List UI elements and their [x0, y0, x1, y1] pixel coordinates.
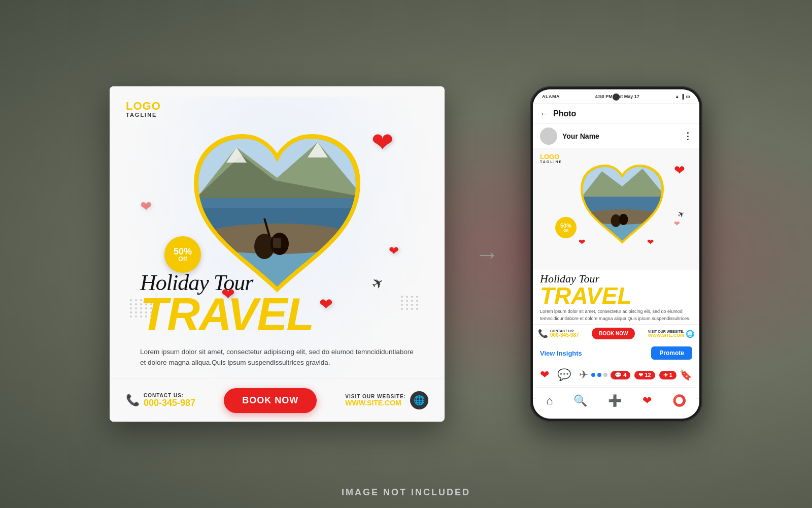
reaction-dots — [591, 373, 607, 377]
phone-screen: ALAMA 4:50 PM | 1st May 17 ▲ ▐ ▭ ← Photo… — [533, 89, 699, 419]
nav-profile-icon[interactable]: ⭕ — [672, 394, 686, 407]
phone-travel-text: TRAVEL — [540, 285, 692, 306]
website-url: WWW.SITE.COM — [345, 399, 406, 406]
globe-icon: 🌐 — [410, 391, 428, 409]
more-options-icon[interactable]: ⋮ — [683, 131, 692, 142]
phone-tagline-text: TAGLINE — [540, 160, 562, 164]
phone-heart-wrap — [571, 151, 673, 252]
red-heart-top-left: ❤ — [140, 198, 152, 215]
reaction-icons: ❤ 💬 ✈ — [540, 368, 588, 382]
discount-off: Off — [178, 256, 187, 262]
comment-count: 4 — [623, 372, 626, 378]
card-description: Lorem ipsum dolor sit amet, consectetur … — [140, 346, 414, 368]
discount-badge: 50% Off — [164, 236, 201, 273]
phone-discount-pct: 50% — [560, 223, 571, 229]
user-name: Your Name — [562, 132, 678, 140]
photo-title: Photo — [553, 109, 692, 118]
share-count: 1 — [669, 372, 672, 378]
back-arrow-icon[interactable]: ← — [540, 109, 548, 118]
red-heart-bottom-left: ❤ — [221, 284, 235, 304]
phone-heart-svg — [571, 151, 673, 252]
reaction-counts: 💬 4 ❤ 12 ✈ 1 — [611, 371, 676, 379]
red-heart-top-right: ❤ — [371, 127, 394, 157]
phone-phone-icon: 📞 — [538, 329, 548, 338]
like-icon-small: ❤ — [638, 372, 643, 378]
like-count-badge: ❤ 12 — [634, 371, 655, 379]
phone-user-row: Your Name ⋮ — [533, 124, 699, 148]
book-now-button[interactable]: BOOK NOW — [224, 388, 317, 413]
contact-number: 000-345-987 — [144, 398, 195, 407]
phone-red-heart-br: ❤ — [647, 237, 654, 247]
comment-icon-small: 💬 — [615, 372, 622, 378]
main-container: LOGO TAGLINE — [110, 86, 702, 422]
phone-logo-area: LOGO TAGLINE — [540, 153, 562, 164]
card-logo-area: LOGO TAGLINE — [126, 101, 161, 118]
phone-contact-number: 000-345-987 — [550, 333, 579, 338]
arrow-separator: → — [475, 240, 499, 268]
signal-icon: ▐ — [681, 94, 684, 99]
comment-reaction-icon[interactable]: 💬 — [557, 368, 571, 382]
phone-insights-row: View Insights Promote — [533, 342, 699, 364]
share-count-badge: ✈ 1 — [659, 371, 676, 379]
phone-title-area: Holiday Tour TRAVEL — [533, 270, 699, 307]
tagline-text: TAGLINE — [126, 112, 161, 118]
bookmark-icon[interactable]: 🔖 — [680, 369, 692, 381]
svg-rect-12 — [273, 238, 281, 248]
card-bottom-bar: 📞 CONTACT US: 000-345-987 BOOK NOW VISIT… — [110, 378, 445, 422]
phone-website-url: WWW.SITE.COM — [648, 333, 684, 338]
phone-description: Lorem ipsum dolor sit amet, consectetur … — [533, 307, 699, 324]
phone-card: LOGO TAGLINE — [533, 148, 699, 270]
like-count: 12 — [645, 372, 651, 378]
website-info: VISIT OUR WEBSITE: WWW.SITE.COM 🌐 — [345, 391, 428, 409]
status-icons: ▲ ▐ ▭ — [675, 94, 690, 99]
dot-1 — [591, 373, 595, 377]
phone-plane-icon: ✈ — [675, 208, 686, 220]
dot-3 — [603, 373, 607, 377]
phone-mockup: ALAMA 4:50 PM | 1st May 17 ▲ ▐ ▭ ← Photo… — [530, 86, 702, 422]
view-insights-link[interactable]: View Insights — [540, 350, 582, 357]
logo-text: LOGO — [126, 101, 161, 112]
phone-book-now-button[interactable]: BOOK NOW — [592, 328, 635, 339]
phone-red-heart-bl: ❤ — [579, 237, 585, 247]
phone-logo-text: LOGO — [540, 153, 562, 160]
carrier-text: ALAMA — [542, 94, 560, 99]
phone-reactions-row: ❤ 💬 ✈ 💬 4 ❤ 12 — [533, 364, 699, 386]
share-icon-small: ✈ — [663, 372, 668, 378]
phone-icon: 📞 — [126, 394, 140, 407]
contact-info: 📞 CONTACT US: 000-345-987 — [126, 393, 195, 407]
svg-point-19 — [619, 214, 628, 225]
phone-globe-icon: 🌐 — [686, 330, 694, 338]
red-heart-mid-right: ❤ — [389, 244, 399, 258]
nav-add-icon[interactable]: ➕ — [608, 394, 622, 407]
nav-home-icon[interactable]: ⌂ — [546, 394, 553, 407]
phone-app-header: ← Photo — [533, 104, 699, 124]
heart-reaction-icon[interactable]: ❤ — [540, 368, 549, 382]
battery-icon: ▭ — [686, 94, 690, 99]
comment-count-badge: 💬 4 — [611, 371, 630, 379]
phone-red-heart-mr: ❤ — [674, 219, 680, 228]
phone-contact: 📞 CONTACT US: 000-345-987 — [538, 329, 579, 338]
nav-search-icon[interactable]: 🔍 — [573, 394, 587, 407]
share-reaction-icon[interactable]: ✈ — [579, 368, 588, 382]
wifi-icon: ▲ — [675, 94, 680, 99]
social-card: LOGO TAGLINE — [110, 86, 445, 422]
red-heart-bottom-right: ❤ — [319, 295, 333, 314]
phone-website: VISIT OUR WEBSITE: WWW.SITE.COM 🌐 — [648, 330, 694, 338]
phone-bottom-bar: 📞 CONTACT US: 000-345-987 BOOK NOW VISIT… — [533, 324, 699, 342]
nav-heart-icon[interactable]: ❤ — [642, 394, 652, 407]
discount-percent: 50% — [174, 247, 192, 256]
phone-red-heart-tr: ❤ — [674, 163, 685, 178]
promote-button[interactable]: Promote — [651, 346, 692, 360]
phone-camera — [613, 93, 620, 101]
dot-2 — [597, 373, 601, 377]
phone-discount-off: Off — [563, 229, 568, 232]
dots-right — [401, 296, 419, 310]
phone-discount-badge: 50% Off — [555, 217, 577, 238]
phone-nav-bar: ⌂ 🔍 ➕ ❤ ⭕ — [536, 387, 696, 414]
user-avatar — [540, 128, 557, 145]
bottom-caption: IMAGE NOT INCLUDED — [342, 487, 470, 498]
